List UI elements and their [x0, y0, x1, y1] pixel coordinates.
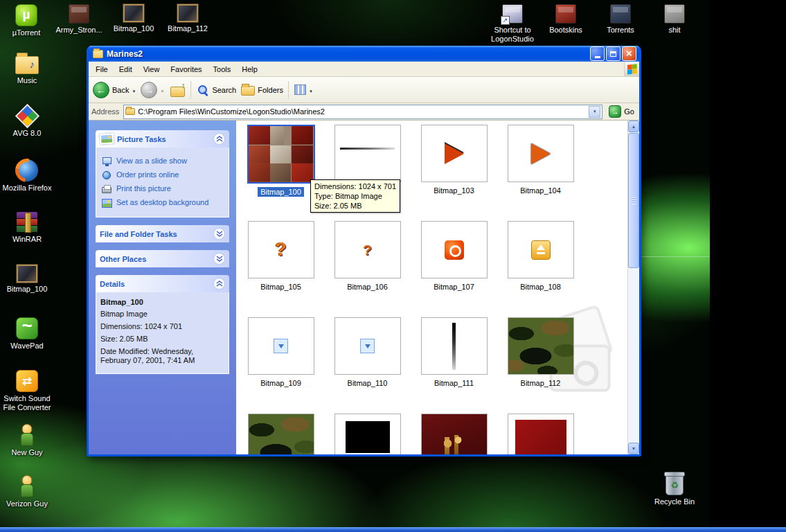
- views-button[interactable]: [294, 85, 313, 95]
- desktop-icon-music[interactable]: Music: [1, 53, 53, 85]
- panel-title: File and Folder Tasks: [100, 230, 210, 238]
- task-view-slideshow[interactable]: View as a slide show: [102, 157, 223, 166]
- file-name: Bitmap_110: [345, 378, 391, 388]
- file-item[interactable]: [238, 414, 324, 454]
- thumbnail-grid: Bitmap_100 Bitmap_102 Bitmap_103 Bitmap_…: [238, 125, 584, 454]
- file-item[interactable]: Bitmap_110: [324, 317, 411, 414]
- menu-help[interactable]: Help: [236, 62, 263, 76]
- desktop-icon-label: Torrents: [607, 26, 634, 35]
- desktop-icon-winrar[interactable]: WinRAR: [1, 212, 53, 244]
- file-item[interactable]: [324, 414, 411, 454]
- address-dropdown-button[interactable]: [589, 106, 600, 118]
- desktop-icon-switch-converter[interactable]: Switch Sound File Converter: [1, 370, 53, 412]
- file-folder-tasks-header[interactable]: File and Folder Tasks: [96, 225, 229, 242]
- collapse-chevron-icon[interactable]: [213, 278, 225, 290]
- file-item[interactable]: Bitmap_104: [497, 125, 584, 221]
- desktop-icon-recycle-bin[interactable]: Recycle Bin: [648, 472, 701, 506]
- desktop-icon-label: Army_Stron...: [55, 26, 102, 35]
- desktop-icon-avg[interactable]: AVG 8.0: [1, 105, 53, 138]
- expand-chevron-icon[interactable]: [213, 253, 225, 265]
- desktop-icon-verizon-guy[interactable]: Verizon Guy: [1, 475, 53, 508]
- file-item[interactable]: Bitmap_107: [411, 221, 497, 317]
- task-label: Order prints online: [116, 170, 179, 179]
- details-header[interactable]: Details: [96, 275, 229, 292]
- switch-converter-icon: [16, 370, 38, 392]
- file-item[interactable]: Bitmap_112: [497, 317, 584, 414]
- search-icon: [197, 84, 209, 96]
- file-item[interactable]: [411, 414, 497, 454]
- menu-favorites[interactable]: Favorites: [165, 62, 207, 76]
- folders-button[interactable]: Folders: [241, 84, 283, 96]
- desktop-icon-label: Shortcut to LogonStudio: [486, 26, 539, 44]
- title-bar[interactable]: Marines2: [89, 46, 639, 62]
- address-path[interactable]: C:\Program Files\WinCustomize\LogonStudi…: [138, 107, 586, 116]
- desktop-icon-bootskins[interactable]: Bootskins: [539, 4, 592, 35]
- menu-edit[interactable]: Edit: [114, 62, 138, 76]
- bitmap-file-icon: [17, 265, 37, 283]
- up-button[interactable]: [169, 82, 186, 98]
- desktop-icon-label: Bitmap_100: [7, 285, 48, 294]
- other-places-header[interactable]: Other Places: [96, 250, 229, 267]
- desktop-icon-shit[interactable]: shit: [648, 4, 701, 35]
- go-button[interactable]: Go: [607, 105, 636, 118]
- toolbar: Back Search Folders: [89, 77, 639, 103]
- views-dropdown-icon[interactable]: [309, 86, 313, 94]
- desktop-icon-utorrent[interactable]: µTorrent: [0, 4, 53, 37]
- desktop-icon-bitmap-112[interactable]: Bitmap_112: [161, 4, 214, 33]
- desktop-icon-bitmap-100-left[interactable]: Bitmap_100: [1, 265, 53, 294]
- picture-tasks-header[interactable]: Picture Tasks: [96, 130, 229, 148]
- details-modified-2: February 07, 2001, 7:41 AM: [100, 356, 224, 365]
- file-item[interactable]: Bitmap_108: [497, 221, 584, 317]
- desktop-icon-army-strong[interactable]: Army_Stron...: [53, 4, 105, 35]
- expand-chevron-icon[interactable]: [213, 228, 225, 240]
- task-print-picture[interactable]: Print this picture: [102, 184, 223, 194]
- file-item[interactable]: Bitmap_111: [411, 317, 497, 414]
- scroll-up-button[interactable]: [628, 121, 639, 132]
- file-item[interactable]: [497, 414, 584, 454]
- go-arrow-icon: [609, 105, 621, 118]
- back-button[interactable]: Back: [93, 82, 136, 98]
- maximize-button[interactable]: [606, 46, 620, 61]
- chess-thumbnail: [422, 414, 487, 454]
- search-button[interactable]: Search: [197, 84, 236, 96]
- forward-button[interactable]: [141, 82, 164, 98]
- scrollbar-thumb[interactable]: [628, 133, 639, 268]
- file-item[interactable]: Bitmap_109: [238, 317, 324, 414]
- task-order-prints[interactable]: Order prints online: [102, 170, 223, 180]
- picture-tasks-icon: [100, 133, 114, 144]
- desktop-icon-wavepad[interactable]: WavePad: [1, 317, 53, 351]
- vertical-line-thumbnail: [452, 323, 456, 370]
- window-content: Picture Tasks View as a slide show Order…: [89, 121, 639, 454]
- file-item[interactable]: Bitmap_103: [411, 125, 497, 221]
- scroll-down-button[interactable]: [628, 443, 639, 454]
- minimize-button[interactable]: [590, 46, 605, 61]
- menu-tools[interactable]: Tools: [208, 62, 237, 76]
- forward-dropdown-icon[interactable]: [160, 86, 164, 94]
- desktop-icon-logonstudio-shortcut[interactable]: Shortcut to LogonStudio: [486, 4, 539, 44]
- file-item[interactable]: Bitmap_105: [238, 221, 324, 317]
- thumbnail-frame: [421, 221, 488, 278]
- address-input[interactable]: C:\Program Files\WinCustomize\LogonStudi…: [123, 105, 602, 119]
- taskbar-edge[interactable]: [0, 527, 786, 532]
- file-name: Bitmap_104: [517, 186, 564, 195]
- collapse-chevron-icon[interactable]: [213, 133, 225, 145]
- desktop-icon-label: Bitmap_112: [168, 24, 208, 33]
- menu-file[interactable]: File: [90, 62, 114, 76]
- gold-badge-thumbnail: [531, 240, 551, 260]
- desktop-icon-torrents[interactable]: Torrents: [594, 4, 647, 35]
- menu-view[interactable]: View: [138, 62, 166, 76]
- thumbnail-frame: [334, 317, 401, 375]
- desktop-icon-label: Mozilla Firefox: [3, 184, 52, 193]
- task-set-wallpaper[interactable]: Set as desktop background: [102, 198, 223, 208]
- vertical-scrollbar[interactable]: [627, 121, 639, 454]
- back-dropdown-icon[interactable]: [132, 86, 136, 94]
- thumbnail-frame: [508, 125, 574, 182]
- desktop-icon-new-guy[interactable]: New Guy: [1, 424, 53, 457]
- close-button[interactable]: [622, 46, 636, 61]
- desktop-icon-bitmap-100[interactable]: Bitmap_100: [107, 4, 160, 33]
- blue-glyph-thumbnail: [274, 339, 288, 353]
- file-item[interactable]: Bitmap_106: [324, 221, 411, 317]
- avg-icon: [15, 104, 39, 128]
- desktop-icon-firefox[interactable]: Mozilla Firefox: [1, 159, 53, 193]
- thumbnail-frame: [247, 125, 315, 184]
